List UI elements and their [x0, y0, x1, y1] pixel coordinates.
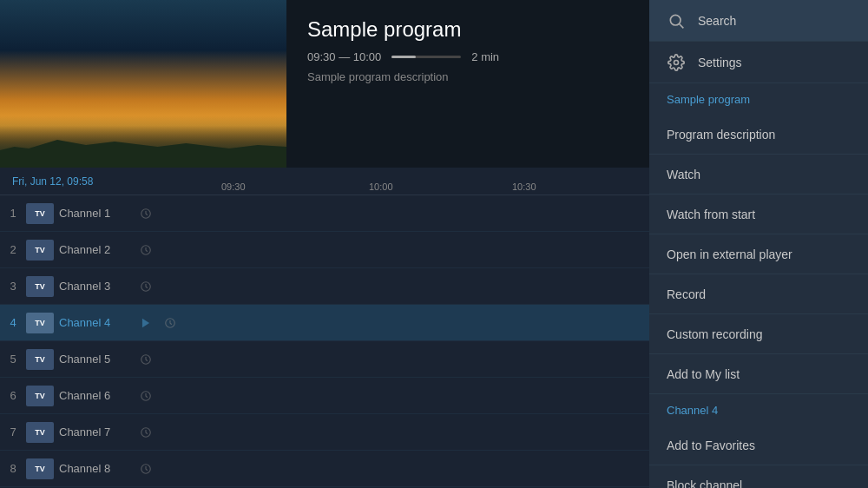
- channel-name: Channel 7: [59, 425, 137, 439]
- preview-info: Sample program 09:30 — 10:00 2 min Sampl…: [286, 0, 520, 168]
- channel-row-7[interactable]: 7TVChannel 7Sample programSample program: [0, 414, 649, 451]
- history-icon: [137, 205, 155, 222]
- svg-point-11: [674, 60, 679, 64]
- channel-row-8[interactable]: 8TVChannel 8Sample programSample program: [0, 451, 649, 487]
- channel-icon: TV: [26, 386, 54, 406]
- progress-bar-fill: [391, 56, 416, 58]
- custom-recording-label: Custom recording: [667, 327, 763, 341]
- block-channel-label: Block channel: [667, 478, 742, 489]
- menu-item-watch-from-start[interactable]: Watch from start: [649, 195, 868, 234]
- settings-item[interactable]: Settings: [649, 42, 868, 83]
- timeline-header: Fri, Jun 12, 09:58 09:30 10:00 10:30: [0, 168, 649, 195]
- program-description-label: Program description: [667, 128, 775, 142]
- timeline-slot-2: 10:30: [512, 181, 536, 192]
- svg-marker-3: [142, 318, 149, 327]
- channel-num: 3: [0, 280, 26, 293]
- record-label: Record: [667, 287, 706, 301]
- channel-row-4[interactable]: 4TVChannel 4Sample programSample program…: [0, 305, 649, 341]
- channel-row-6[interactable]: 6TVChannel 6Sample programSample program: [0, 378, 649, 414]
- history-icon: [137, 424, 155, 441]
- channel-icon: TV: [26, 240, 54, 260]
- channel-name: Channel 5: [59, 353, 137, 366]
- history-icon: [137, 460, 155, 478]
- channel-num: 7: [0, 425, 26, 439]
- channel-num: 8: [0, 462, 26, 475]
- channel-num: 5: [0, 353, 26, 366]
- history-icon: [137, 351, 155, 368]
- channel-name: Channel 3: [59, 280, 137, 293]
- channel-row-2[interactable]: 2TVChannel 2Sample programSample program: [0, 232, 649, 268]
- channel-section-header: Channel 4: [649, 394, 868, 425]
- add-to-list-label: Add to My list: [667, 367, 740, 381]
- timeline-slot-0: 09:30: [221, 181, 246, 192]
- progress-bar-container: [391, 56, 461, 58]
- search-item[interactable]: Search: [649, 0, 868, 42]
- channel-name: Channel 2: [59, 243, 137, 256]
- search-label: Search: [698, 14, 736, 28]
- channel-row-5[interactable]: 5TVChannel 5Sample program: [0, 341, 649, 378]
- program-section-header: Sample program: [649, 83, 868, 115]
- menu-item-watch[interactable]: Watch: [649, 155, 868, 195]
- svg-line-10: [680, 23, 684, 28]
- channel-row-1[interactable]: 1TVChannel 1Sample programSample …Sample…: [0, 195, 649, 232]
- history-icon: [137, 278, 155, 295]
- gear-icon: [667, 53, 686, 72]
- menu-item-open-external[interactable]: Open in external player: [649, 234, 868, 274]
- preview-thumbnail: [0, 0, 286, 168]
- search-icon: [667, 11, 686, 30]
- channel-icon: TV: [26, 422, 54, 443]
- channel-row-3[interactable]: 3TVChannel 3Sample programSample progr…S…: [0, 268, 649, 305]
- history-icon: [137, 241, 155, 259]
- right-panel: Search Settings Sample program Program d…: [649, 0, 868, 488]
- timeline-slot-1: 10:00: [369, 181, 393, 192]
- channel-num: 2: [0, 243, 26, 256]
- channel-name: Channel 1: [59, 207, 137, 220]
- preview-area: Sample program 09:30 — 10:00 2 min Sampl…: [0, 0, 649, 168]
- channel-icon: TV: [26, 203, 54, 224]
- channel-num: 6: [0, 389, 26, 402]
- menu-item-custom-recording[interactable]: Custom recording: [649, 314, 868, 354]
- channel-num: 1: [0, 207, 26, 220]
- watch-label: Watch: [667, 168, 700, 181]
- preview-duration: 2 min: [471, 50, 499, 63]
- schedule-icon: [161, 314, 179, 332]
- svg-point-9: [670, 15, 681, 25]
- channel-icon: TV: [26, 276, 54, 297]
- channel-num: 4: [0, 316, 26, 329]
- preview-title: Sample program: [307, 17, 499, 42]
- channel-name: Channel 4: [59, 316, 137, 329]
- timeline-date: Fri, Jun 12, 09:58: [0, 175, 221, 188]
- channel-name: Channel 6: [59, 389, 137, 402]
- channel-name: Channel 8: [59, 462, 137, 475]
- open-external-label: Open in external player: [667, 247, 792, 261]
- preview-time-row: 09:30 — 10:00 2 min: [307, 50, 499, 63]
- channel-icon: TV: [26, 349, 54, 370]
- history-icon: [137, 387, 155, 405]
- settings-label: Settings: [698, 56, 742, 69]
- menu-item-add-to-list[interactable]: Add to My list: [649, 354, 868, 394]
- add-favorites-label: Add to Favorites: [667, 439, 755, 452]
- menu-item-block-channel[interactable]: Block channel: [649, 465, 868, 488]
- preview-description: Sample program description: [307, 70, 499, 83]
- left-panel: Sample program 09:30 — 10:00 2 min Sampl…: [0, 0, 649, 488]
- channel-section-label: Channel 4: [667, 404, 718, 417]
- channel-icon: TV: [26, 458, 54, 479]
- menu-item-add-favorites[interactable]: Add to Favorites: [649, 425, 868, 465]
- watch-from-start-label: Watch from start: [667, 208, 755, 221]
- menu-item-record[interactable]: Record: [649, 274, 868, 314]
- channel-list: 1TVChannel 1Sample programSample …Sample…: [0, 195, 649, 488]
- menu-item-program-description[interactable]: Program description: [649, 115, 868, 155]
- program-section-label: Sample program: [667, 93, 750, 106]
- channel-icon: TV: [26, 313, 54, 333]
- preview-time-range: 09:30 — 10:00: [307, 50, 381, 63]
- play-icon: [137, 314, 155, 332]
